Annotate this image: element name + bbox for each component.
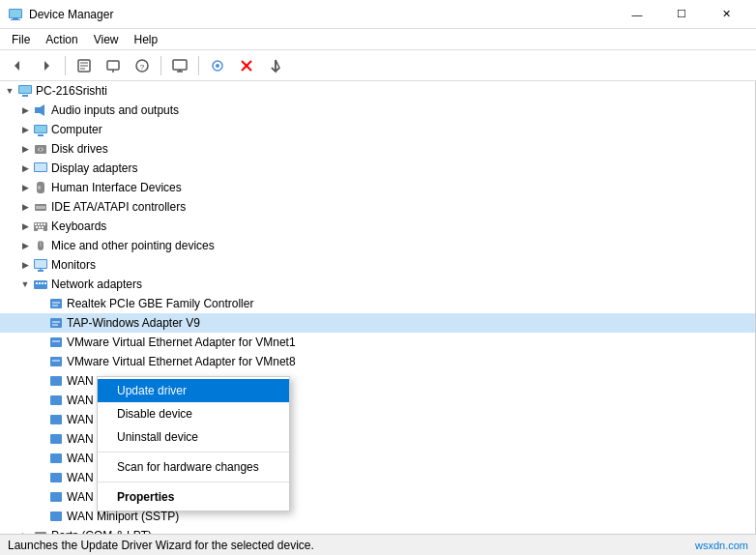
audio-label: Audio inputs and outputs [51,103,179,117]
properties-button[interactable] [71,53,98,78]
uninstall-icon [239,58,254,73]
ctx-sep-2 [98,482,289,482]
title-bar-controls: — ☐ ✕ [615,0,748,29]
tap-icon [48,315,64,331]
update-driver-button[interactable] [100,53,127,78]
title-bar: Device Manager — ☐ ✕ [0,0,756,29]
ide-toggle[interactable]: ▶ [17,202,33,212]
tree-item-realtek[interactable]: ▶ Realtek PCIe GBE Family Controller [0,294,755,313]
network-toggle[interactable]: ▼ [17,279,33,289]
main-content: ▼ PC-216Srishti ▶ Audio inputs and outpu… [0,81,756,534]
ctx-sep-1 [98,452,289,453]
disk-toggle[interactable]: ▶ [17,144,33,154]
svg-rect-77 [50,473,62,482]
computer-toggle[interactable]: ▶ [17,125,33,134]
svg-marker-4 [15,61,19,71]
wan-sstp-icon [48,509,64,524]
monitor-icon [33,257,48,273]
mice-toggle[interactable]: ▶ [17,241,33,250]
wan-ipv6-icon [48,412,64,427]
svg-rect-46 [44,223,45,225]
ctx-update-driver[interactable]: Update driver [98,379,289,402]
wan-pppoe-icon [48,470,64,485]
svg-rect-44 [38,223,40,225]
keyboard-toggle[interactable]: ▶ [17,221,33,231]
realtek-label: Realtek PCIe GBE Family Controller [67,297,253,310]
menu-action[interactable]: Action [38,31,85,48]
svg-marker-5 [44,61,49,71]
tree-item-display[interactable]: ▶ Display adapters [0,159,755,178]
wan-ip-icon [48,393,64,408]
title-bar-left: Device Manager [8,7,113,22]
svg-rect-65 [50,318,62,328]
svg-rect-73 [50,395,62,405]
uninstall-button[interactable] [233,53,260,78]
display-toggle[interactable]: ▶ [17,163,33,173]
add-button[interactable] [262,53,289,78]
computer-icon [17,83,33,99]
display-label: Display adapters [51,161,137,175]
close-button[interactable]: ✕ [704,0,748,29]
back-button[interactable] [4,53,31,78]
help-button[interactable]: ? [129,53,156,78]
monitors-toggle[interactable]: ▶ [17,260,33,270]
toolbar-separator-1 [65,56,66,75]
ports-label: Ports (COM & LPT) [51,529,152,534]
ctx-uninstall-device[interactable]: Uninstall device [98,425,289,449]
add-icon [268,58,283,73]
hid-toggle[interactable]: ▶ [17,183,33,192]
toolbar: ? [0,50,756,81]
svg-point-18 [216,64,219,68]
tree-item-keyboards[interactable]: ▶ Keyboards [0,217,755,236]
svg-rect-75 [50,434,62,444]
tree-item-network[interactable]: ▼ Network adapters [0,275,755,294]
tree-item-hid[interactable]: ▶ Human Interface Devices [0,178,755,197]
menu-file[interactable]: File [4,31,38,48]
ctx-properties[interactable]: Properties [98,485,289,509]
svg-rect-14 [173,60,187,70]
tree-panel[interactable]: ▼ PC-216Srishti ▶ Audio inputs and outpu… [0,81,756,534]
display-icon [172,58,188,73]
tree-item-disk[interactable]: ▶ Disk drives [0,139,755,159]
tree-item-tap[interactable]: ▶ TAP-Windows Adapter V9 [0,313,755,333]
tree-item-computer[interactable]: ▶ Computer [0,120,755,139]
display-button[interactable] [166,53,193,78]
svg-rect-80 [35,532,46,534]
tree-item-vmnet8[interactable]: ▶ VMware Virtual Ethernet Adapter for VM… [0,352,755,371]
menu-view[interactable]: View [86,31,127,48]
tree-root[interactable]: ▼ PC-216Srishti [0,81,755,101]
tree-item-ports[interactable]: ▶ Ports (COM & LPT) [0,526,755,534]
minimize-button[interactable]: — [615,0,659,29]
scan-button[interactable] [204,53,231,78]
wan-l2tp-icon [48,431,64,447]
tree-item-monitors[interactable]: ▶ Monitors [0,255,755,275]
tree-item-audio[interactable]: ▶ Audio inputs and outputs [0,101,755,120]
menu-help[interactable]: Help [127,31,166,48]
tree-item-mice[interactable]: ▶ Mice and other pointing devices [0,236,755,255]
root-toggle[interactable]: ▼ [2,86,17,96]
back-icon [10,58,25,73]
ctx-disable-device[interactable]: Disable device [98,402,289,425]
svg-rect-72 [50,376,62,386]
keyboard-icon [33,219,48,234]
wan-pptp-icon [48,489,64,505]
display-dev-icon [33,161,48,176]
tree-item-ide[interactable]: ▶ IDE ATA/ATAPI controllers [0,197,755,217]
svg-rect-10 [107,61,119,70]
ports-toggle[interactable]: ▶ [17,531,33,534]
vmnet8-icon [48,354,64,369]
scan-icon [210,58,225,73]
maximize-button[interactable]: ☐ [659,0,704,29]
vmnet1-label: VMware Virtual Ethernet Adapter for VMne… [67,336,296,349]
forward-button[interactable] [33,53,60,78]
root-label: PC-216Srishti [36,84,107,98]
tree-item-vmnet1[interactable]: ▶ VMware Virtual Ethernet Adapter for VM… [0,333,755,352]
svg-rect-26 [19,86,31,93]
audio-toggle[interactable]: ▶ [17,105,33,115]
svg-rect-57 [34,280,47,289]
ports-icon [33,528,48,534]
update-driver-icon [105,58,121,73]
svg-rect-59 [39,282,41,284]
ctx-scan-hardware[interactable]: Scan for hardware changes [98,455,289,479]
vmnet8-label: VMware Virtual Ethernet Adapter for VMne… [67,355,296,368]
